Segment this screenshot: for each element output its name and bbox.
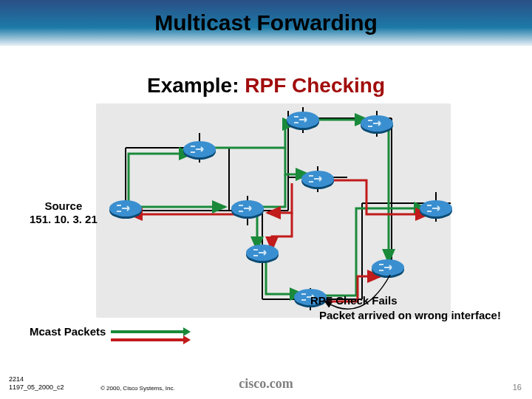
fail-line2: Packet arrived on wrong interface! [310,308,501,323]
router-icon [301,171,334,189]
router-icon [361,115,393,134]
source-text: Source [30,200,98,213]
router-icon [109,200,142,219]
subtitle-plain: Example: [147,74,245,97]
title-banner: Multicast Forwarding [0,0,532,46]
source-ip: 151. 10. 3. 21 [30,213,98,226]
source-label: Source 151. 10. 3. 21 [30,200,98,226]
rpf-fail-note: RPF Check Fails Packet arrived on wrong … [310,293,501,322]
legend-label: Mcast Packets [30,325,106,338]
slide-number: 16 [513,383,522,392]
brand-footer: cisco.com [0,376,532,392]
router-icon [246,245,279,263]
router-icon [231,200,264,219]
title-text: Multicast Forwarding [154,10,378,35]
network-diagram [81,103,466,325]
legend-arrow-red [111,338,185,341]
legend-arrow-green [111,330,185,333]
subtitle: Example: RPF Checking [0,74,532,98]
router-icon [372,259,404,278]
subtitle-highlight: RPF Checking [245,74,385,97]
fail-line1: RPF Check Fails [310,293,501,308]
router-icon [287,112,319,130]
router-icon [183,141,216,160]
router-icon [420,200,452,219]
